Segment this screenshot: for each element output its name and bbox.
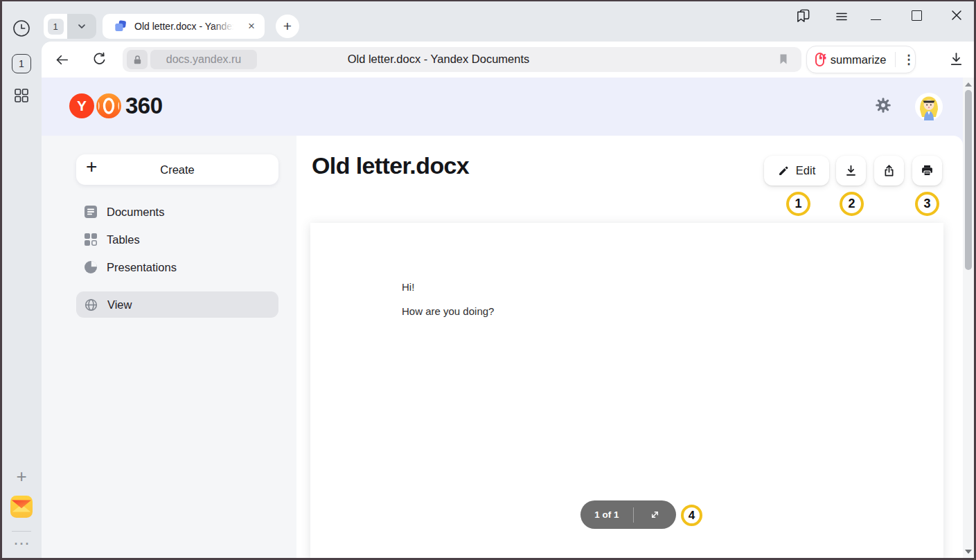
sidebar-add-icon[interactable]: + <box>10 465 33 487</box>
browser-toolbar: docs.yandex.ru Old letter.docx - Yandex … <box>42 42 976 78</box>
summarize-button[interactable]: “ summarize ⋮ <box>806 46 916 73</box>
sidebar-more-icon[interactable]: ⋯ <box>8 534 35 552</box>
back-icon[interactable] <box>54 52 70 71</box>
side-panel-icon[interactable] <box>795 8 811 26</box>
kebab-menu-icon[interactable]: ⋮ <box>903 52 915 67</box>
page-scrollbar[interactable] <box>963 78 974 560</box>
annotation-circle-4: 4 <box>681 505 702 526</box>
window-edge-left <box>0 0 2 560</box>
share-icon <box>882 164 896 177</box>
window-edge-top <box>0 0 976 1</box>
active-tab[interactable]: Old letter.docx - Yandex × <box>103 14 265 39</box>
share-button[interactable] <box>874 156 904 186</box>
print-button[interactable] <box>912 156 942 186</box>
summarize-quote-icon: “ <box>815 53 824 66</box>
sidebar-divider <box>12 531 31 532</box>
history-clock-icon[interactable] <box>12 19 30 40</box>
panel-item-tables[interactable]: Tables <box>76 227 278 252</box>
panel-item-view[interactable]: View <box>76 291 278 318</box>
globe-icon <box>85 298 98 311</box>
scroll-up-arrow[interactable] <box>965 82 972 87</box>
tab-close-icon[interactable]: × <box>244 19 259 34</box>
avatar[interactable] <box>915 93 943 123</box>
tab-title-fade <box>212 15 241 37</box>
tab-strip: 1 Old letter.docx - Yandex × + <box>42 0 976 42</box>
reload-icon[interactable] <box>91 51 107 70</box>
create-button[interactable]: + Create <box>76 154 278 185</box>
tab-count-button[interactable]: 1 <box>12 54 31 73</box>
scrollbar-thumb[interactable] <box>965 90 972 270</box>
pie-icon <box>85 261 97 273</box>
pencil-icon <box>778 165 790 177</box>
logo-360-text: 360 <box>125 93 163 119</box>
panel-item-presentations[interactable]: Presentations <box>76 255 278 280</box>
lock-icon <box>132 55 143 65</box>
download-icon <box>844 164 858 177</box>
page-title: Old letter.docx - Yandex Documents <box>321 53 556 66</box>
browser-sidebar: 1 + ⋯ <box>0 0 42 560</box>
downloads-icon[interactable] <box>948 51 965 71</box>
bookmark-flag-icon[interactable] <box>778 53 789 68</box>
minimize-button[interactable] <box>871 19 881 20</box>
tables-grid-icon <box>85 233 97 246</box>
panel-item-documents[interactable]: Documents <box>76 199 278 224</box>
yandex-mail-app-icon[interactable] <box>10 496 33 521</box>
tab-group-count[interactable]: 1 <box>44 14 67 39</box>
edit-button[interactable]: Edit <box>764 156 829 186</box>
documents-side-panel: + Create Documents Tables Presentations … <box>42 136 296 560</box>
document-icon <box>85 206 97 218</box>
y360-logo[interactable]: Y 360 <box>69 93 163 119</box>
tab-group[interactable]: 1 <box>44 14 96 39</box>
logo-o-circle <box>96 93 121 118</box>
fullscreen-expand-icon[interactable] <box>634 509 676 521</box>
annotation-circle-2: 2 <box>840 192 864 216</box>
page-indicator-label: 1 of 1 <box>580 509 633 520</box>
new-tab-button[interactable]: + <box>276 15 299 38</box>
doc-text-line: Hi! <box>402 281 414 293</box>
page-indicator-pill[interactable]: 1 of 1 <box>580 500 676 529</box>
address-bar[interactable]: docs.yandex.ru Old letter.docx - Yandex … <box>123 47 801 72</box>
document-title: Old letter.docx <box>312 152 469 179</box>
scroll-down-arrow[interactable] <box>965 550 972 554</box>
tab-count-label: 1 <box>19 58 24 69</box>
menu-hamburger-icon[interactable] <box>835 10 848 26</box>
dashboard-grid-icon[interactable] <box>13 87 30 107</box>
chevron-down-icon <box>76 21 87 32</box>
url-domain[interactable]: docs.yandex.ru <box>150 50 257 69</box>
plus-icon: + <box>86 156 97 178</box>
annotation-circle-1: 1 <box>786 192 810 216</box>
summarize-label: summarize <box>831 53 887 66</box>
ssl-lock-badge[interactable] <box>127 50 148 69</box>
settings-gear-icon[interactable] <box>874 96 892 117</box>
close-window-button[interactable] <box>950 9 963 24</box>
maximize-button[interactable] <box>912 10 922 21</box>
doc-text-line: How are you doing? <box>402 305 494 317</box>
printer-icon <box>921 164 934 177</box>
download-button[interactable] <box>836 156 866 186</box>
annotation-circle-3: 3 <box>915 192 939 216</box>
documents-favicon <box>114 19 127 36</box>
tab-group-chevron-button[interactable] <box>67 14 96 39</box>
logo-y-circle: Y <box>69 93 94 118</box>
